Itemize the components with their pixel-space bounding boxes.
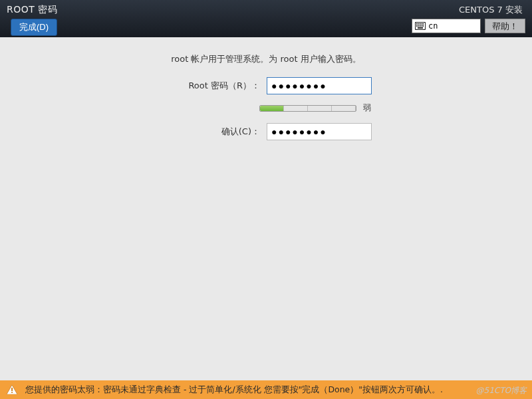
svg-rect-8 [420, 25, 422, 27]
svg-rect-9 [422, 25, 424, 27]
page-title: ROOT 密码 [7, 4, 57, 16]
root-password-input[interactable] [267, 77, 372, 94]
svg-rect-13 [11, 392, 13, 393]
description-text: root 帐户用于管理系统。为 root 用户输入密码。 [0, 53, 532, 65]
warning-icon [7, 385, 17, 394]
confirm-label: 确认(C)： [160, 126, 260, 138]
strength-row: 弱 [106, 102, 532, 114]
header-left: ROOT 密码 完成(D) [7, 4, 57, 36]
header-right: CENTOS 7 安装 cn 帮助！ [412, 4, 525, 33]
help-button[interactable]: 帮助！ [485, 19, 525, 33]
svg-rect-4 [420, 23, 422, 25]
confirm-password-input[interactable] [267, 123, 372, 140]
strength-fill [260, 106, 283, 111]
header-controls: cn 帮助！ [412, 19, 525, 33]
install-title: CENTOS 7 安装 [459, 4, 525, 16]
password-strength-meter [259, 105, 356, 112]
svg-rect-10 [418, 27, 423, 29]
password-label: Root 密码（R）： [160, 80, 260, 92]
keyboard-icon [415, 22, 426, 30]
svg-rect-3 [418, 23, 420, 25]
warning-bar: 您提供的密码太弱：密码未通过字典检查 - 过于简单化/系统化 您需要按"完成（D… [0, 380, 532, 399]
watermark-text: @51CTO博客 [476, 385, 527, 396]
confirm-row: 确认(C)： [0, 123, 532, 140]
keyboard-layout-label: cn [428, 21, 438, 31]
svg-rect-7 [418, 25, 420, 27]
header-bar: ROOT 密码 完成(D) CENTOS 7 安装 cn 帮助！ [0, 0, 532, 37]
done-button[interactable]: 完成(D) [11, 19, 57, 36]
warning-message: 您提供的密码太弱：密码未通过字典检查 - 过于简单化/系统化 您需要按"完成（D… [25, 384, 443, 396]
password-row: Root 密码（R）： [0, 77, 532, 94]
svg-rect-5 [422, 23, 424, 25]
main-content: root 帐户用于管理系统。为 root 用户输入密码。 Root 密码（R）：… [0, 53, 532, 148]
svg-rect-6 [416, 25, 418, 27]
keyboard-layout-indicator[interactable]: cn [412, 19, 481, 33]
svg-rect-12 [11, 388, 13, 391]
svg-rect-2 [416, 23, 418, 25]
strength-label: 弱 [363, 102, 379, 114]
